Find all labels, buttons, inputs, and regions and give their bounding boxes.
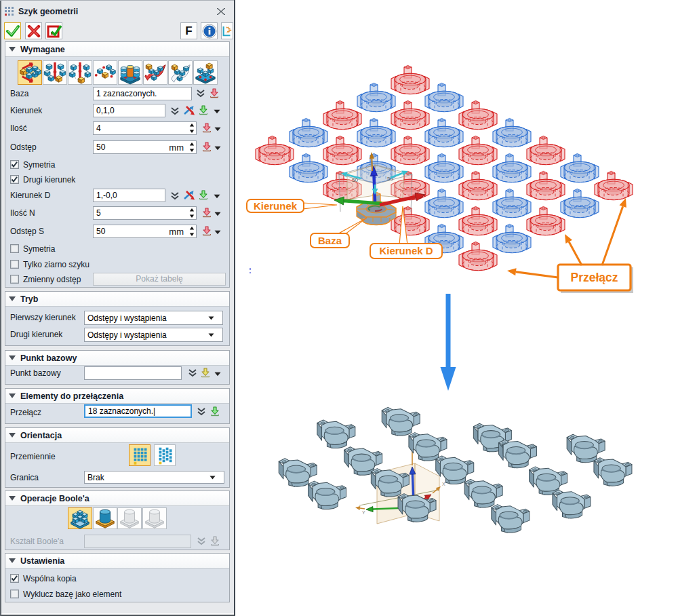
svg-text:Baza: Baza <box>318 235 342 246</box>
svg-text:Y: Y <box>362 510 365 515</box>
svg-text:X: X <box>442 482 445 486</box>
svg-text:Kierunek: Kierunek <box>254 200 298 212</box>
svg-text:Przełącz: Przełącz <box>570 271 618 284</box>
svg-text:Kierunek D: Kierunek D <box>379 245 433 256</box>
